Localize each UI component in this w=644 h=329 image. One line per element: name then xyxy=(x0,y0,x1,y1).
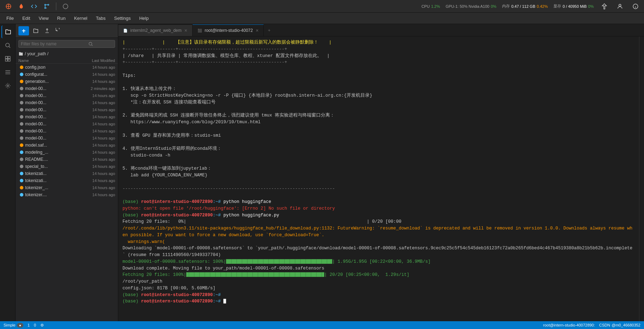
fire-icon[interactable] xyxy=(16,1,26,11)
app-logo-icon[interactable] xyxy=(4,1,13,11)
upload-icon[interactable] xyxy=(599,1,609,11)
search-strip-icon[interactable] xyxy=(1,39,14,52)
terminal-line: (base) root@intern-studio-40072890:~# xyxy=(122,292,635,299)
terminal-line: (base) root@intern-studio-40072890:~# █ xyxy=(122,298,635,305)
file-name: tokenizati... xyxy=(20,171,47,176)
terminal-line: python: can't open file '/root/huggingfa… xyxy=(122,205,635,212)
tabs-bar: 📄 internlm2_agent_web_dem × ⬛ root@inter… xyxy=(118,24,644,36)
file-list-item[interactable]: model-00... 14 hours ago xyxy=(16,113,118,120)
file-name: model-00... xyxy=(20,100,46,105)
file-dot-icon xyxy=(20,136,23,140)
file-name: README.... xyxy=(20,157,48,162)
file-name-text: model-00... xyxy=(25,107,46,112)
files-icon[interactable] xyxy=(1,25,14,38)
refresh-button[interactable] xyxy=(54,26,63,35)
file-list-item[interactable]: generation... 14 hours ago xyxy=(16,78,118,85)
vram-pct: 0% xyxy=(588,4,594,8)
git-icon[interactable] xyxy=(42,1,52,11)
terminal-line: | /share | 共享目录 | 常用微调数据集、模型仓库、教程、xtuner… xyxy=(122,53,635,59)
file-list-item[interactable]: model-00... 2 minutes ago xyxy=(16,85,118,92)
menu-help[interactable]: Help xyxy=(136,14,152,22)
svg-point-19 xyxy=(89,42,92,45)
path-text: / your_path / xyxy=(25,51,49,56)
file-list-item[interactable]: tokenizer.... 14 hours ago xyxy=(16,191,118,198)
extensions-icon[interactable] xyxy=(1,52,14,65)
file-list-item[interactable]: tokenizer_... 14 hours ago xyxy=(16,184,118,191)
svg-rect-12 xyxy=(8,56,10,58)
menu-settings[interactable]: Settings xyxy=(110,14,134,22)
search-input[interactable] xyxy=(21,41,88,46)
terminal-line: config.json: 817B [00:00, 5.60MB/s] xyxy=(122,285,635,292)
file-dot-icon xyxy=(20,87,23,90)
new-file-button[interactable]: + xyxy=(18,26,29,35)
file-name-text: README.... xyxy=(25,157,48,162)
new-folder-button[interactable] xyxy=(31,26,40,35)
upload-file-button[interactable] xyxy=(42,26,52,35)
file-list-item[interactable]: model-00... 14 hours ago xyxy=(16,127,118,135)
file-list-item[interactable]: model.saf... 14 hours ago xyxy=(16,142,118,149)
user-icon[interactable] xyxy=(615,1,625,11)
menu-kernel[interactable]: Kernel xyxy=(70,14,91,22)
file-list-item[interactable]: model-00... 14 hours ago xyxy=(16,106,118,113)
terminal-line: Tips: xyxy=(122,73,635,79)
file-list-item[interactable]: model-00... 14 hours ago xyxy=(16,120,118,127)
menu-run[interactable]: Run xyxy=(53,14,69,22)
file-list-item[interactable]: model-00... 14 hours ago xyxy=(16,99,118,106)
file-modified-date: 14 hours ago xyxy=(92,65,115,69)
file-dot-icon xyxy=(20,143,23,147)
mem-label: 内存 xyxy=(502,4,510,9)
sidebar-toolbar: + xyxy=(16,24,118,38)
add-tab-button[interactable]: + xyxy=(264,24,274,36)
tab-terminal[interactable]: ⬛ root@intern-studio-40072 × xyxy=(193,24,264,36)
file-list-item[interactable]: configurat... 14 hours ago xyxy=(16,71,118,78)
tab-internlm2-close[interactable]: × xyxy=(184,28,187,33)
file-list-item[interactable]: model-00... 14 hours ago xyxy=(16,135,118,142)
file-list-item[interactable]: model-00... 14 hours ago xyxy=(16,92,118,99)
cpu-label: CPU xyxy=(421,4,429,8)
circle-icon[interactable] xyxy=(61,1,70,11)
file-name-text: config.json xyxy=(25,65,45,70)
terminal-line: warnings.warn( xyxy=(122,239,635,245)
zero-indicator[interactable]: 0 xyxy=(34,323,36,327)
svg-point-4 xyxy=(63,4,68,9)
tab-terminal-close[interactable]: × xyxy=(256,28,258,33)
menu-file[interactable]: File xyxy=(3,14,17,22)
terminal-line xyxy=(122,79,635,86)
terminal-line: scp -o StrictHostKeyChecking=no -r -P {端… xyxy=(122,92,635,99)
file-list-item[interactable]: tokenizati... 14 hours ago xyxy=(16,170,118,177)
file-list-item[interactable]: modeling_... 14 hours ago xyxy=(16,149,118,156)
tab-internlm2[interactable]: 📄 internlm2_agent_web_dem × xyxy=(118,24,193,36)
vram-stat: 显存 0 / 40950 MiB 0% xyxy=(553,4,594,9)
file-list-item[interactable]: special_to... 14 hours ago xyxy=(16,163,118,170)
cpu-value: 1.2% xyxy=(431,4,440,8)
file-modified-date: 14 hours ago xyxy=(92,136,115,140)
file-modified-date: 14 hours ago xyxy=(92,186,115,190)
svg-point-9 xyxy=(6,43,10,47)
info-icon[interactable] xyxy=(631,1,640,11)
file-search-box[interactable] xyxy=(18,40,115,48)
gear-strip-icon[interactable] xyxy=(1,79,14,92)
file-name-text: tokenizer.... xyxy=(25,192,47,197)
toggle-switch[interactable]: ● xyxy=(17,323,23,328)
menu-tabs[interactable]: Tabs xyxy=(92,14,109,22)
file-list-item[interactable]: README.... 14 hours ago xyxy=(16,156,118,163)
gear-icon: ⚙ xyxy=(40,323,44,328)
file-list-item[interactable]: tokenizati... 14 hours ago xyxy=(16,177,118,184)
file-dot-icon xyxy=(20,165,23,168)
svg-point-18 xyxy=(7,85,8,87)
file-name-text: model-00... xyxy=(25,93,46,98)
menu-edit[interactable]: Edit xyxy=(19,14,34,22)
simple-mode-toggle[interactable]: Simple ● xyxy=(4,323,23,328)
list-icon[interactable] xyxy=(1,66,14,79)
terminal-line: model-00001-of-00008.safetensors: 100%|█… xyxy=(122,259,635,265)
file-list-item[interactable]: config.json 14 hours ago xyxy=(16,64,118,71)
scrollbar[interactable] xyxy=(639,36,644,329)
code-icon[interactable] xyxy=(29,1,39,11)
content-area: 📄 internlm2_agent_web_dem × ⬛ root@inter… xyxy=(118,24,644,329)
menu-view[interactable]: View xyxy=(35,14,52,22)
page-count[interactable]: 1 xyxy=(28,323,30,327)
terminal-output[interactable]: | | 【注意】该目录有存储限额，超过限额后新写入的数据会被静默删除！ |+--… xyxy=(118,36,639,329)
settings-icon-status[interactable]: ⚙ xyxy=(40,323,44,328)
terminal-line: 1. 快速从本地上传文件： xyxy=(122,86,635,92)
csdn-link[interactable]: CSDN @m0_46680352 xyxy=(599,323,640,327)
